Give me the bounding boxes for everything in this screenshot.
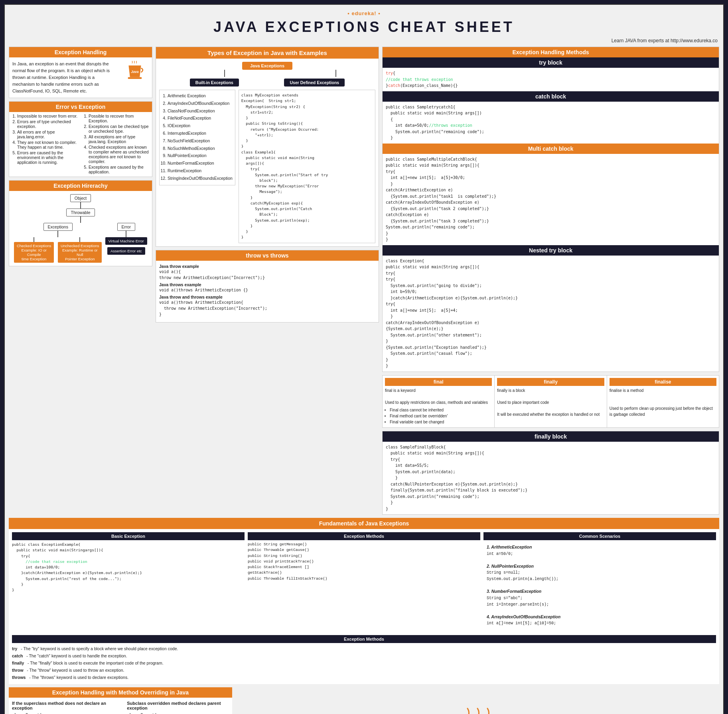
bottom-right-logo: Java Java [235,687,719,714]
subclass-col: Subclass overridden method declares pare… [127,701,229,714]
exception-hierarchy-section: Exception Hirerachy Object Throwable Exc… [9,180,152,266]
multi-catch-subsection: Multi catch block public class SampleMul… [383,144,719,245]
finally-line3: It will be executed whether the exceptio… [497,411,604,417]
catch-block-header: catch block [383,91,719,102]
catch-block-code: public class Sampletrycatch1{ public sta… [383,102,719,144]
common-scenarios-header: Common Scenarios [483,532,716,540]
svg-rect-0 [128,77,142,79]
finalise-col: finalise finalise is a method Used to pe… [607,376,719,427]
final-header: final [385,378,492,386]
page-title: JAVA EXCEPTIONS CHEAT SHEET [9,19,719,35]
throw-vs-throws-section: throw vs throws Java throw example void … [156,250,379,323]
fff-row: final final is a keyword Used to apply r… [383,376,719,427]
finally-header: finally [497,378,604,386]
builtin-panel: Arithmetic Exception ArrayIndexOutOfBoun… [159,90,235,243]
hier-vm-error-node: Virtual Machine Error [105,237,147,245]
error-col: Impossible to recover from error. Errors… [9,112,81,177]
types-header: Types of Exception in Java with Examples [156,47,379,59]
error-item-1: Impossible to recover from error. [17,114,78,118]
exception-methods-list: public String getMessage() public Throwa… [248,542,480,582]
types-body: Java Exceptions Built-in Exceptions User… [156,59,379,246]
hier-exceptions-branch: Exceptions Checked ExceptionsExample: IO… [14,223,102,263]
left-column: Exception Handling [9,47,152,266]
common-scenarios-col: Common Scenarios 1. ArithmeticExceptioni… [483,532,716,629]
final-bullet-3: Final variable cant be changed [390,419,492,425]
hier-checked-branch: Checked ExceptionsExample: IO or Compile… [14,237,54,263]
exception-hierarchy-header: Exception Hirerachy [9,181,152,191]
page-wrapper: • edureka! • JAVA EXCEPTIONS CHEAT SHEET… [4,4,724,714]
subclass-code: class Parent{ void msg()throwsArithmetic… [127,712,229,714]
error-item-2: Errors are of type unchecked exception. [17,119,78,129]
builtin-items: Arithmetic Exception ArrayIndexOutOfBoun… [162,92,233,182]
method-4: public void printStackTrace() [248,559,480,565]
user-defined-panel: class MyException extends Exception{ Str… [239,90,375,243]
hier-unchecked-branch: Unchecked ExceptionsExample: Runtime or … [58,237,102,263]
builtin-5: IOException [168,122,233,129]
hier-error-node: Error [117,223,135,231]
right-column: Exception Handling Methods try block try… [382,47,719,515]
columns-layout: Exception Handling [9,47,719,515]
final-content: final is a keyword Used to apply restric… [385,387,492,425]
try-block-code: try{ //code that throws exception }catch… [383,68,719,91]
builtin-10: NumberFormatException [168,160,233,167]
override-header: Exception Handling with Method Overridin… [9,687,232,698]
finally-block-section: finally block class SampleFinallyBlock{ … [382,431,719,515]
types-of-exception-section: Types of Exception in Java with Examples… [156,47,379,247]
java-cup-icon: Java [124,61,145,81]
throw-vs-throws-body: Java throw example void a(){ throw new A… [156,261,379,322]
nested-try-subsection: Nested try block class Exception{ public… [383,245,719,372]
java-throw-label: Java throw example [159,264,375,269]
tree-connector-row [181,70,354,77]
finally-block-code: class SampleFinallyBlock{ public static … [383,442,719,515]
scenario-2: 2. NullPointerExceptionString s=null;Sys… [487,563,713,582]
hier-exceptions-error-row: Exceptions Checked ExceptionsExample: IO… [12,223,149,263]
exception-tree: Java Exceptions Built-in Exceptions User… [159,62,375,87]
exception-methods-desc-row: Exception Methods try - The "try" keywor… [9,632,719,684]
superclass-code: class Parent{ void msg(){System.out.prin… [12,712,124,714]
finalise-content: finalise is a method Used to perform cle… [610,387,716,417]
java-big-logo: Java Java [446,707,509,714]
final-col: final final is a keyword Used to apply r… [383,376,495,427]
exception-handling-header: Exception Handling [9,47,152,57]
exception-item-4: Checked exceptions are known to compiler… [89,145,150,164]
subtitle: Learn JAVA from experts at http://www.ed… [9,38,719,43]
error-vs-exception-header: Error vs Exception [9,102,152,112]
exception-item-3: All exceptions are of type java.lang. Ex… [89,134,150,144]
builtin-11: RuntimeException [168,167,233,174]
hier-throwable-node: Throwable [66,208,95,216]
hier-error-branch: Error Virtual Machine Error Assertion Er… [105,223,147,255]
error-item-4: They are not known to compiler. They hap… [17,140,78,149]
superclass-col: If the superclass method does not declar… [12,701,124,714]
finally-line2: Used to place important code [497,399,604,405]
keyword-catch: catch - The "catch" keyword is used to h… [12,653,716,660]
catch-block-subsection: catch block public class Sampletrycatch1… [383,91,719,144]
error-item-5: Errors are caused by the environment in … [17,150,78,165]
final-bullet-1: Final class cannot be inherited [390,407,492,413]
method-5: public StackTraceElement [] [248,565,480,570]
final-finally-finalise-section: final final is a keyword Used to apply r… [382,375,719,428]
final-bullets: Final class cannot be inherited Final me… [385,407,492,425]
brand-bar: • edureka! • [9,9,719,19]
keyword-throws: throws - The "throws" keyword is used to… [12,674,716,681]
exception-item-5: Exceptions are caused by the application… [89,165,150,174]
svg-text:Java: Java [131,70,138,74]
builtin-12: StringIndexOutOfBoundsException [168,175,233,182]
brand-logo: • edureka! • [347,10,381,16]
builtin-6: InterruptedException [168,130,233,137]
exc-methods-desc-header: Exception Methods [12,635,716,643]
tree-branches: Built-in Exceptions User Defined Excepti… [159,79,375,87]
builtin-2: ArrayIndexOutOfBoundException [168,100,233,107]
subclass-col-header: Subclass overridden method declares pare… [127,701,229,710]
user-defined-branch: User Defined Exceptions [284,79,345,87]
exception-col: Possible to recover from Exception. Exce… [81,112,152,177]
basic-exception-code: public class ExceptionExample{ public st… [12,542,245,593]
finally-col: finally finally is a block Used to place… [495,376,607,427]
tree-root-node: Java Exceptions [242,62,292,70]
java-throw-and-throws-label: Java throw and throws example [159,295,375,299]
method-3: public String toString() [248,553,480,559]
finally-line1: finally is a block [497,387,604,393]
multi-catch-header: Multi catch block [383,144,719,154]
scenario-1: 1. ArithmeticExceptionint a=50/0; [487,544,713,557]
fundamentals-section: Fundamentals of Java Exceptions Basic Ex… [9,518,719,684]
keyword-finally: finally - The "finally" block is used to… [12,660,716,667]
